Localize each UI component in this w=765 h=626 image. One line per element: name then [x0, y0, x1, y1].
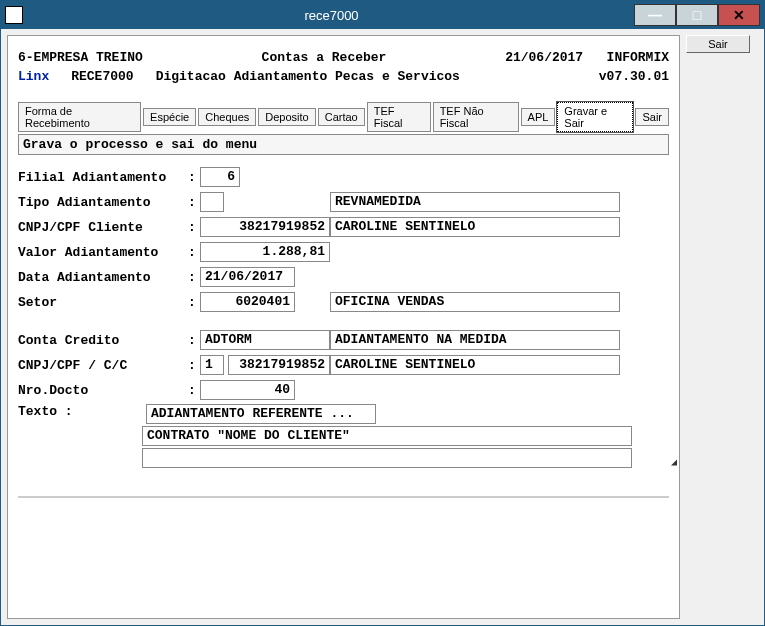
tab-especie[interactable]: Espécie — [143, 108, 196, 126]
tab-sair[interactable]: Sair — [635, 108, 669, 126]
tab-apl[interactable]: APL — [521, 108, 556, 126]
screen-title: Contas a Receber — [262, 50, 387, 65]
nro-docto-label: Nro.Docto — [18, 383, 188, 398]
tab-cheques[interactable]: Cheques — [198, 108, 256, 126]
header-db: INFORMIX — [607, 50, 669, 65]
tab-deposito[interactable]: Deposito — [258, 108, 315, 126]
filial-input[interactable]: 6 — [200, 167, 240, 187]
right-panel: Sair — [686, 35, 758, 619]
valor-input[interactable]: 1.288,81 — [200, 242, 330, 262]
valor-label: Valor Adiantamento — [18, 245, 188, 260]
setor-label: Setor — [18, 295, 188, 310]
tipo-input[interactable] — [200, 192, 224, 212]
divider — [18, 496, 669, 498]
company-label: 6-EMPRESA TREINO — [18, 50, 143, 65]
cc-tipo-input[interactable]: 1 — [200, 355, 224, 375]
texto-line-3[interactable] — [142, 448, 632, 468]
data-label: Data Adiantamento — [18, 270, 188, 285]
cc-desc: CAROLINE SENTINELO — [330, 355, 620, 375]
header-line-2: Linx RECE7000 Digitacao Adiantamento Pec… — [18, 69, 669, 84]
header-line-1: 6-EMPRESA TREINO Contas a Receber 21/06/… — [18, 50, 669, 65]
conta-input[interactable]: ADTORM — [200, 330, 330, 350]
tab-tef-nao-fiscal[interactable]: TEF Não Fiscal — [433, 102, 519, 132]
tab-forma-recebimento[interactable]: Forma de Recebimento — [18, 102, 141, 132]
program-code: RECE7000 — [71, 69, 133, 84]
close-button[interactable]: ✕ — [718, 4, 760, 26]
version-label: v07.30.01 — [599, 69, 669, 84]
resize-indicator-icon: ◢ — [671, 456, 677, 468]
main-area: 6-EMPRESA TREINO Contas a Receber 21/06/… — [1, 29, 764, 625]
tipo-desc: REVNAMEDIDA — [330, 192, 620, 212]
tab-cartao[interactable]: Cartao — [318, 108, 365, 126]
minimize-button[interactable]: — — [634, 4, 676, 26]
tab-strip: Forma de Recebimento Espécie Cheques Dep… — [18, 102, 669, 132]
form-grid: Filial Adiantamento : 6 Tipo Adiantament… — [18, 167, 669, 400]
app-icon — [5, 6, 23, 24]
data-input[interactable]: 21/06/2017 — [200, 267, 295, 287]
texto-label: Texto : — [18, 404, 142, 424]
nro-docto-input[interactable]: 40 — [200, 380, 295, 400]
cnpj-cliente-desc: CAROLINE SENTINELO — [330, 217, 620, 237]
header-date: 21/06/2017 — [505, 50, 583, 65]
sair-button[interactable]: Sair — [686, 35, 750, 53]
title-bar: rece7000 — □ ✕ — [1, 1, 764, 29]
cnpj-cliente-label: CNPJ/CPF Cliente — [18, 220, 188, 235]
texto-line-2[interactable]: CONTRATO "NOME DO CLIENTE" — [142, 426, 632, 446]
texto-line-1[interactable]: ADIANTAMENTO REFERENTE ... — [146, 404, 376, 424]
app-window: rece7000 — □ ✕ 6-EMPRESA TREINO Contas a… — [0, 0, 765, 626]
subtitle: Digitacao Adiantamento Pecas e Servicos — [156, 69, 460, 84]
cc-label: CNPJ/CPF / C/C — [18, 358, 188, 373]
conta-desc: ADIANTAMENTO NA MEDIDA — [330, 330, 620, 350]
maximize-button[interactable]: □ — [676, 4, 718, 26]
conta-label: Conta Credito — [18, 333, 188, 348]
setor-input[interactable]: 6020401 — [200, 292, 295, 312]
filial-label: Filial Adiantamento — [18, 170, 188, 185]
tab-tef-fiscal[interactable]: TEF Fiscal — [367, 102, 431, 132]
cnpj-cliente-input[interactable]: 38217919852 — [200, 217, 330, 237]
texto-row: Texto : ADIANTAMENTO REFERENTE ... — [18, 404, 669, 424]
help-text: Grava o processo e sai do menu — [18, 134, 669, 155]
setor-desc: OFICINA VENDAS — [330, 292, 620, 312]
form-panel: 6-EMPRESA TREINO Contas a Receber 21/06/… — [7, 35, 680, 619]
tipo-label: Tipo Adiantamento — [18, 195, 188, 210]
cc-numero-input[interactable]: 38217919852 — [228, 355, 330, 375]
tab-gravar-e-sair[interactable]: Gravar e Sair — [557, 102, 633, 132]
vendor-label: Linx — [18, 69, 49, 84]
window-title: rece7000 — [29, 8, 634, 23]
